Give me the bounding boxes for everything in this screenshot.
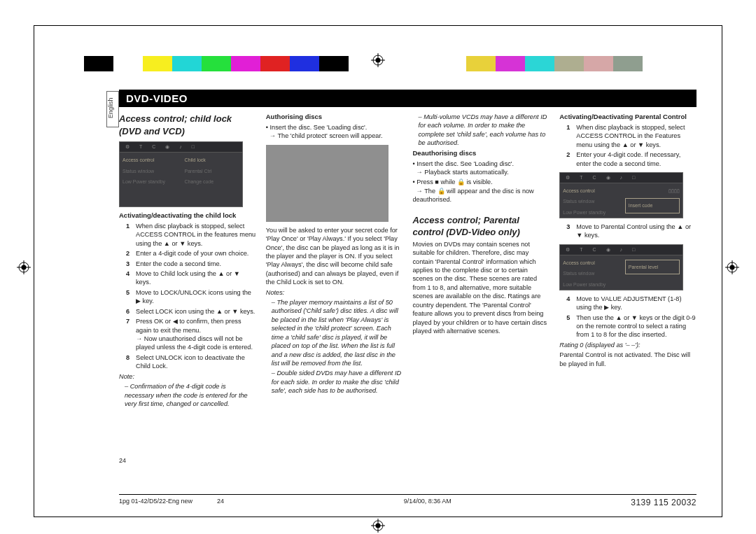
registration-mark	[725, 260, 739, 274]
section-title: Access control; Parental control (DVD-Vi…	[413, 214, 550, 239]
note-label: Note:	[119, 372, 256, 381]
notes-label: Notes:	[266, 288, 403, 297]
registration-mark	[371, 519, 385, 533]
page-content: DVD-VIDEO Access control; child lock (DV…	[119, 90, 696, 492]
column-2: Authorising discs • Insert the disc. See…	[266, 111, 403, 409]
step-list: 1When disc playback is stopped, select A…	[119, 222, 256, 371]
footer-center: 9/14/00, 8:36 AM	[404, 498, 451, 507]
body-text: You will be asked to enter your secret c…	[266, 226, 403, 287]
section-title: Access control; child lock (DVD and VCD)	[119, 113, 256, 137]
language-tab: English	[106, 91, 119, 127]
osd-screenshot-placeholder	[266, 145, 388, 222]
section-band: DVD-VIDEO	[119, 90, 696, 107]
note-text: – Double sided DVDs may have a different…	[272, 369, 403, 395]
rating0-text: Parental Control is not activated. The D…	[559, 351, 696, 368]
registration-mark	[371, 53, 385, 67]
step-list: 1When disc playback is stopped, select A…	[559, 123, 696, 168]
footer-line: 1pg 01-42/D5/22-Eng new 24 9/14/00, 8:36…	[119, 494, 696, 507]
column-4: Activating/Deactivating Parental Control…	[559, 111, 696, 409]
footer-left: 1pg 01-42/D5/22-Eng new 24	[119, 498, 224, 507]
footer-right: 3139 115 20032	[631, 498, 696, 507]
body-text: Movies on DVDs may contain scenes not su…	[413, 240, 550, 336]
osd-screenshot-parental-level: ⚙TC◉♪□ Access control Status window Low …	[559, 244, 683, 290]
subhead: Activating/deactivating the child lock	[119, 211, 256, 220]
column-1: Access control; child lock (DVD and VCD)…	[119, 111, 256, 409]
step-list: 4Move to VALUE ADJUSTMENT (1-8) using th…	[559, 295, 696, 339]
subhead: Authorising discs	[266, 113, 403, 122]
note-text: – Multi-volume VCDs may have a different…	[419, 113, 550, 148]
note-text: – Confirmation of the 4-digit code is ne…	[125, 382, 256, 408]
step-list: 3Move to Parental Control using the ▲ or…	[559, 223, 696, 240]
osd-screenshot-child-lock: ⚙TC◉♪□ Access control Status window Low …	[119, 141, 243, 207]
osd-screenshot-insert-code: ⚙TC◉♪□ Access control Status window Low …	[559, 172, 683, 218]
rating0-label: Rating 0 (displayed as '– –'):	[559, 341, 696, 349]
note-text: – The player memory maintains a list of …	[272, 298, 403, 367]
subhead: Activating/Deactivating Parental Control	[559, 113, 696, 122]
subhead: Deauthorising discs	[413, 149, 550, 158]
page-number: 24	[119, 457, 126, 464]
registration-mark	[17, 260, 31, 274]
column-3: – Multi-volume VCDs may have a different…	[413, 111, 550, 409]
